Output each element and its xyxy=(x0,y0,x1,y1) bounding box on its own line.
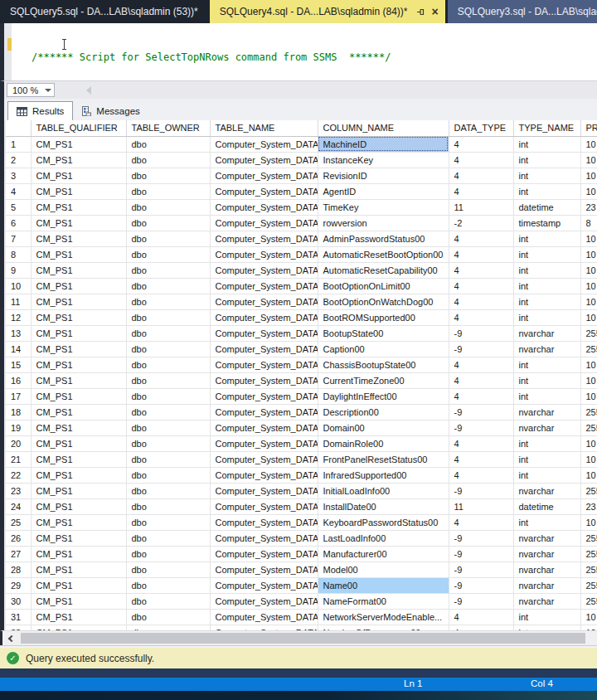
row-number-cell[interactable]: 8 xyxy=(6,246,31,262)
grid-cell[interactable]: datetime xyxy=(513,199,580,215)
column-header[interactable]: COLUMN_NAME xyxy=(318,120,449,136)
grid-cell[interactable]: DomainRole00 xyxy=(318,435,449,451)
grid-cell[interactable]: Computer_System_DATA xyxy=(210,199,318,215)
grid-cell[interactable]: Computer_System_DATA xyxy=(210,546,318,561)
grid-cell[interactable]: Computer_System_DATA xyxy=(210,168,318,183)
grid-cell[interactable]: timestamp xyxy=(513,215,580,231)
scroll-left-icon[interactable] xyxy=(6,634,17,643)
grid-cell[interactable]: CM_PS1 xyxy=(31,341,126,357)
grid-cell[interactable]: -9 xyxy=(449,341,513,357)
grid-cell[interactable]: int xyxy=(513,262,580,278)
grid-cell[interactable]: 4 xyxy=(449,388,513,404)
grid-cell[interactable]: 23 xyxy=(580,199,597,215)
grid-cell[interactable]: 4 xyxy=(449,152,513,168)
grid-cell[interactable]: 4 xyxy=(449,467,513,483)
row-number-cell[interactable]: 18 xyxy=(6,404,31,420)
grid-cell[interactable]: Computer_System_DATA xyxy=(210,451,318,467)
grid-cell[interactable]: 255 xyxy=(580,546,597,561)
grid-cell[interactable]: rowversion xyxy=(318,215,449,231)
grid-cell[interactable]: CM_PS1 xyxy=(31,309,126,325)
grid-cell[interactable]: LastLoadInfo00 xyxy=(318,530,449,546)
grid-cell[interactable]: dbo xyxy=(126,467,210,483)
grid-cell[interactable]: nvarchar xyxy=(513,341,580,357)
grid-cell[interactable]: 4 xyxy=(449,357,513,372)
grid-cell[interactable]: InstanceKey xyxy=(318,152,449,168)
grid-cell[interactable]: CM_PS1 xyxy=(31,199,126,215)
grid-cell[interactable]: int xyxy=(513,625,580,630)
grid-cell[interactable]: dbo xyxy=(126,199,210,215)
grid-cell[interactable]: CM_PS1 xyxy=(31,215,126,231)
grid-cell[interactable]: -9 xyxy=(449,561,513,577)
grid-cell[interactable]: dbo xyxy=(126,530,210,546)
grid-cell[interactable]: -2 xyxy=(449,215,513,231)
tab-sqlquery4-active[interactable]: SQLQuery4.sql - DA...LAB\sqladmin (84))*… xyxy=(210,0,445,23)
grid-cell[interactable]: Computer_System_DATA xyxy=(210,325,318,341)
grid-cell[interactable]: dbo xyxy=(126,357,210,372)
row-number-cell[interactable]: 24 xyxy=(6,498,31,514)
grid-cell[interactable]: Computer_System_DATA xyxy=(210,388,318,404)
grid-cell[interactable]: dbo xyxy=(126,451,210,467)
grid-cell[interactable]: 4 xyxy=(449,372,513,388)
grid-cell[interactable]: Computer_System_DATA xyxy=(210,404,318,420)
grid-cell[interactable]: CM_PS1 xyxy=(31,514,126,530)
grid-cell[interactable]: int xyxy=(513,609,580,625)
grid-cell[interactable]: 23 xyxy=(580,498,597,514)
grid-cell[interactable]: int xyxy=(513,152,580,168)
grid-cell[interactable]: AdminPasswordStatus00 xyxy=(318,231,449,246)
grid-cell[interactable]: dbo xyxy=(126,561,210,577)
grid-cell[interactable]: CM_PS1 xyxy=(31,357,126,372)
grid-cell[interactable]: int xyxy=(513,294,580,309)
grid-cell[interactable]: CM_PS1 xyxy=(31,325,126,341)
row-number-cell[interactable]: 3 xyxy=(6,168,31,183)
grid-cell[interactable]: Computer_System_DATA xyxy=(210,246,318,262)
row-number-cell[interactable]: 20 xyxy=(6,435,31,451)
grid-cell[interactable]: dbo xyxy=(126,546,210,561)
row-number-cell[interactable]: 28 xyxy=(6,561,31,577)
grid-cell[interactable]: 10 xyxy=(580,372,597,388)
grid-cell[interactable]: Computer_System_DATA xyxy=(210,609,318,625)
grid-cell[interactable]: dbo xyxy=(126,577,210,593)
grid-cell[interactable]: 4 xyxy=(449,451,513,467)
row-number-cell[interactable]: 14 xyxy=(6,341,31,357)
grid-cell[interactable]: 10 xyxy=(580,278,597,294)
grid-cell[interactable]: 10 xyxy=(580,514,597,530)
grid-cell[interactable]: InstallDate00 xyxy=(318,498,449,514)
grid-cell[interactable]: dbo xyxy=(126,514,210,530)
grid-cell[interactable]: Model00 xyxy=(318,561,449,577)
grid-cell[interactable]: CM_PS1 xyxy=(31,530,126,546)
grid-cell[interactable]: int xyxy=(513,168,580,183)
grid-cell[interactable]: 10 xyxy=(580,609,597,625)
column-header[interactable]: TYPE_NAME xyxy=(513,120,580,136)
grid-cell[interactable]: Computer_System_DATA xyxy=(210,420,318,435)
grid-cell[interactable]: dbo xyxy=(126,483,210,498)
row-number-cell[interactable]: 29 xyxy=(6,577,31,593)
grid-cell[interactable]: InfraredSupported00 xyxy=(318,467,449,483)
grid-cell[interactable]: 10 xyxy=(580,136,597,152)
row-number-cell[interactable]: 5 xyxy=(6,199,31,215)
grid-cell[interactable]: CM_PS1 xyxy=(31,593,126,609)
grid-cell[interactable]: Computer_System_DATA xyxy=(210,183,318,199)
pin-icon[interactable] xyxy=(416,7,425,17)
grid-cell[interactable]: -9 xyxy=(449,593,513,609)
grid-cell[interactable]: InitialLoadInfo00 xyxy=(318,483,449,498)
grid-cell[interactable]: 10 xyxy=(580,152,597,168)
grid-cell[interactable]: CM_PS1 xyxy=(31,152,126,168)
grid-cell[interactable]: dbo xyxy=(126,246,210,262)
grid-cell[interactable]: dbo xyxy=(126,152,210,168)
grid-cell[interactable]: int xyxy=(513,451,580,467)
grid-cell[interactable]: nvarchar xyxy=(513,546,580,561)
grid-cell[interactable]: Description00 xyxy=(318,404,449,420)
grid-cell[interactable]: BootROMSupported00 xyxy=(318,309,449,325)
grid-cell[interactable]: 4 xyxy=(449,136,513,152)
grid-cell[interactable]: CM_PS1 xyxy=(31,561,126,577)
grid-cell[interactable]: CM_PS1 xyxy=(31,609,126,625)
grid-cell[interactable]: dbo xyxy=(126,420,210,435)
row-number-cell[interactable]: 7 xyxy=(6,231,31,246)
grid-cell[interactable]: Computer_System_DATA xyxy=(210,577,318,593)
grid-cell[interactable]: BootOptionOnWatchDog00 xyxy=(318,294,449,309)
grid-cell[interactable]: 255 xyxy=(580,483,597,498)
row-number-cell[interactable]: 31 xyxy=(6,609,31,625)
grid-cell[interactable]: dbo xyxy=(126,341,210,357)
grid-cell[interactable]: CM_PS1 xyxy=(31,546,126,561)
close-icon[interactable]: × xyxy=(432,7,439,17)
